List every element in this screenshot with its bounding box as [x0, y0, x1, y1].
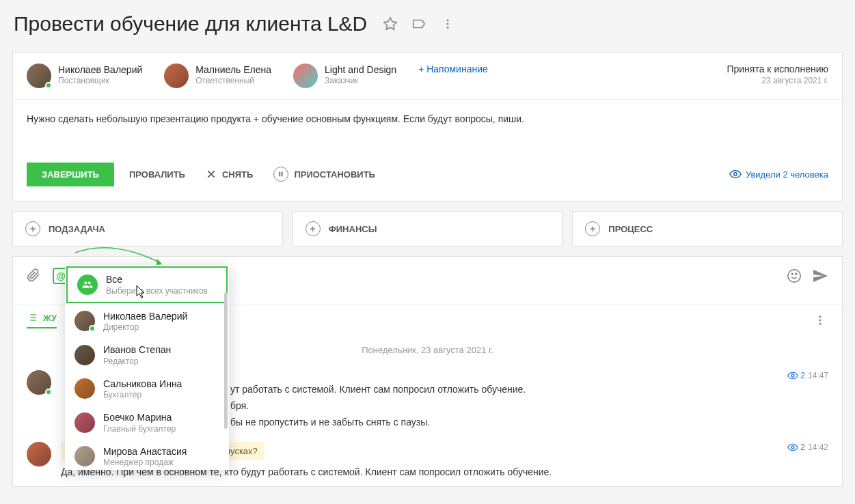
mention-avatar — [74, 446, 95, 466]
pause-icon — [273, 167, 288, 182]
task-title: Провести обучение для клиента L&D — [14, 12, 367, 36]
task-description: Нужно сделать небольшую презентацию прод… — [13, 100, 842, 152]
message-meta: 2 14:47 — [787, 370, 828, 381]
plus-icon: + — [585, 221, 600, 236]
subtask-button[interactable]: + Подзадача — [12, 211, 283, 247]
mention-avatar — [74, 412, 95, 433]
creator[interactable]: Николаев Валерий Постановщик — [27, 64, 142, 88]
mention-name: Боечко Марина — [103, 412, 176, 424]
svg-point-10 — [791, 273, 793, 275]
plus-icon: + — [306, 221, 321, 236]
task-card: Николаев Валерий Постановщик Малниель Ел… — [12, 52, 843, 201]
scrollbar[interactable] — [224, 292, 228, 429]
svg-point-11 — [796, 273, 797, 275]
mention-avatar — [74, 311, 95, 331]
responsible[interactable]: Малниель Елена Ответственный — [164, 64, 271, 88]
status-date: 23 августа 2021 г. — [727, 76, 828, 85]
responsible-role: Ответственный — [195, 76, 271, 85]
fail-button[interactable]: Провалить — [124, 164, 191, 185]
reminder-link[interactable]: + Напоминание — [418, 64, 488, 74]
svg-point-2 — [447, 23, 449, 25]
mention-name: Иванов Степан — [103, 344, 171, 356]
svg-marker-0 — [384, 18, 396, 29]
mention-item[interactable]: Иванов Степан Редактор — [65, 338, 229, 372]
people-row: Николаев Валерий Постановщик Малниель Ел… — [13, 53, 842, 100]
svg-rect-7 — [282, 172, 283, 177]
svg-point-19 — [819, 320, 822, 322]
creator-name: Николаев Валерий — [58, 64, 142, 76]
svg-point-3 — [447, 27, 449, 29]
mention-name: Все — [106, 274, 208, 286]
emoji-icon[interactable] — [786, 268, 802, 284]
compose-right — [786, 268, 828, 284]
message-time: 14:42 — [808, 443, 828, 452]
creator-role: Постановщик — [58, 76, 142, 85]
process-button[interactable]: + Процесс — [572, 211, 843, 247]
views-count[interactable]: 2 — [787, 442, 805, 453]
task-header: Провести обучение для клиента L&D — [0, 0, 855, 52]
mention-name: Сальникова Инна — [103, 378, 182, 391]
svg-point-1 — [447, 19, 449, 21]
tab-journal[interactable]: Жу — [27, 312, 57, 328]
mention-item[interactable]: Мирова Анастасия Менеджер продаж — [65, 440, 229, 471]
status-label: Принята к исполнению — [727, 64, 828, 74]
mention-role: Директор — [103, 322, 187, 332]
svg-point-8 — [734, 173, 737, 176]
mention-role: Главный бухгалтер — [103, 424, 176, 434]
header-actions — [382, 16, 456, 32]
sub-actions-row: + Подзадача + Финансы + Процесс — [12, 211, 843, 247]
mention-item-all[interactable]: Все Выберите всех участников — [66, 266, 228, 303]
svg-point-21 — [791, 374, 794, 377]
message-time: 14:47 — [808, 371, 828, 380]
svg-rect-6 — [280, 172, 281, 177]
svg-point-20 — [819, 323, 822, 325]
mention-role: Редактор — [103, 356, 171, 366]
people-icon — [77, 275, 98, 295]
more-icon[interactable] — [439, 16, 456, 32]
client-avatar — [293, 64, 318, 88]
mention-item[interactable]: Боечко Марина Главный бухгалтер — [65, 406, 229, 440]
svg-point-22 — [791, 446, 794, 449]
mention-item[interactable]: Николаев Валерий Директор — [65, 305, 229, 339]
message-avatar[interactable] — [27, 442, 51, 466]
plus-icon: + — [25, 221, 40, 236]
pause-button[interactable]: Приостановить — [268, 161, 381, 187]
mention-item[interactable]: Сальникова Инна Бухгалтер — [65, 372, 229, 406]
finance-button[interactable]: + Финансы — [293, 211, 563, 247]
tabs-more-icon[interactable] — [812, 312, 828, 328]
actions-row: Завершить Провалить Снять Приостановить … — [13, 152, 842, 201]
attach-icon[interactable] — [27, 268, 40, 284]
mention-role: Бухгалтер — [103, 390, 182, 400]
complete-button[interactable]: Завершить — [27, 163, 114, 186]
mention-role: Менеджер продаж — [103, 458, 187, 467]
seen-link[interactable]: Увидели 2 человека — [729, 168, 828, 180]
cancel-button[interactable]: Снять — [200, 163, 258, 185]
message-avatar[interactable] — [27, 370, 51, 395]
tag-icon[interactable] — [411, 16, 427, 32]
client-role: Заказчик — [325, 76, 396, 85]
mention-dropdown: Все Выберите всех участников Николаев Ва… — [65, 265, 229, 470]
responsible-avatar — [164, 64, 189, 88]
send-icon[interactable] — [812, 268, 828, 284]
star-icon[interactable] — [382, 16, 398, 32]
client[interactable]: Light and Design Заказчик — [293, 64, 396, 88]
client-name: Light and Design — [325, 64, 396, 76]
creator-avatar — [27, 64, 51, 88]
mention-avatar — [74, 345, 95, 365]
responsible-name: Малниель Елена — [195, 64, 271, 76]
svg-point-18 — [819, 316, 822, 318]
svg-point-9 — [788, 270, 800, 282]
mention-name: Николаев Валерий — [103, 311, 187, 323]
status-block: Принята к исполнению 23 августа 2021 г. — [727, 64, 828, 85]
mention-avatar — [74, 378, 95, 399]
mention-role: Выберите всех участников — [106, 286, 208, 296]
mention-name: Мирова Анастасия — [103, 446, 187, 458]
views-count[interactable]: 2 — [787, 370, 805, 381]
message-meta: 2 14:42 — [787, 442, 828, 453]
